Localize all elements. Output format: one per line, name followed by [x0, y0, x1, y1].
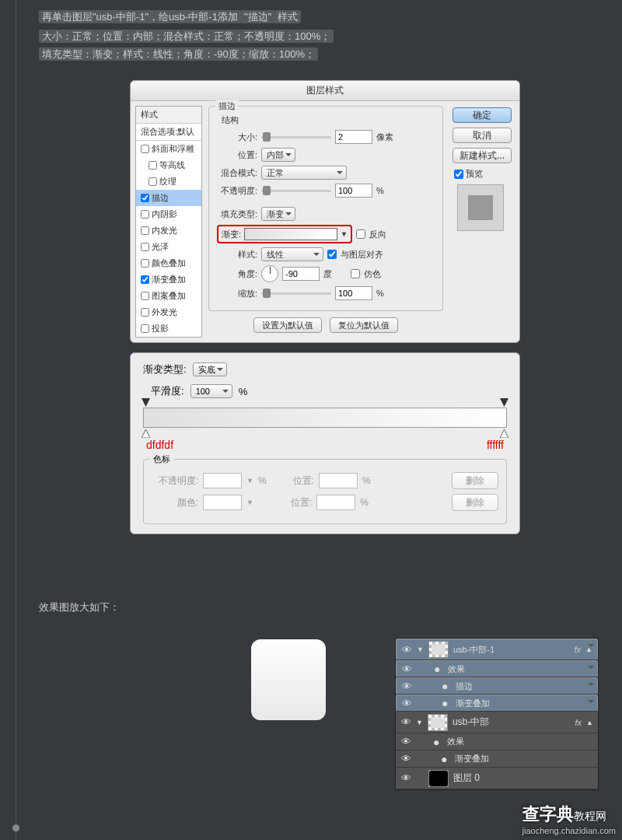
cs-pos2-input[interactable] — [316, 495, 355, 510]
layer-thumb[interactable] — [428, 770, 449, 787]
gradient-picker[interactable] — [244, 228, 337, 240]
scale-slider[interactable] — [261, 292, 331, 295]
style-texture[interactable]: 纹理 — [136, 173, 201, 190]
coloroverlay-checkbox[interactable] — [141, 259, 149, 268]
innerglow-checkbox[interactable] — [141, 226, 149, 235]
filltype-select[interactable]: 渐变 — [261, 207, 295, 221]
opacity-input[interactable] — [335, 184, 372, 198]
angle-input[interactable] — [282, 267, 320, 281]
styles-header[interactable]: 样式 — [136, 107, 201, 124]
fx-expand-icon[interactable]: ▲ — [586, 719, 593, 726]
fx-badge[interactable]: fx — [575, 645, 582, 654]
visibility-icon[interactable]: 👁 — [401, 663, 412, 674]
align-checkbox[interactable] — [327, 250, 337, 259]
style-coloroverlay[interactable]: 颜色叠加 — [136, 255, 201, 271]
visibility-icon[interactable]: 👁 — [400, 737, 411, 747]
intro-line1a: 再单击图层"usb-中部-1"，给usb-中部-1添加 — [39, 10, 241, 23]
style-contour[interactable]: 等高线 — [136, 157, 201, 173]
fx-badge[interactable]: fx — [575, 718, 582, 727]
angle-dial[interactable] — [261, 265, 278, 282]
satin-checkbox[interactable] — [141, 243, 149, 251]
style-select[interactable]: 线性 — [261, 247, 323, 261]
set-default-button[interactable]: 设置为默认值 — [253, 317, 322, 333]
style-outerglow[interactable]: 外发光 — [136, 304, 201, 320]
visibility-icon[interactable]: 👁 — [401, 644, 412, 655]
cs-opacity-input[interactable] — [203, 473, 242, 488]
preview-checkbox[interactable] — [454, 170, 463, 179]
style-bevel[interactable]: 斜面和浮雕 — [136, 141, 201, 157]
innershadow-checkbox[interactable] — [141, 210, 149, 219]
outerglow-checkbox[interactable] — [141, 308, 149, 317]
style-gradientoverlay[interactable]: 渐变叠加 — [136, 271, 201, 288]
dropshadow-checkbox[interactable] — [141, 324, 149, 333]
color-stop-left[interactable] — [142, 429, 150, 437]
patternoverlay-checkbox[interactable] — [141, 292, 149, 300]
size-label: 大小: — [217, 131, 257, 143]
blend-options[interactable]: 混合选项:默认 — [136, 124, 201, 141]
color-stop-right[interactable] — [500, 429, 508, 437]
hex-right: ffffff — [487, 439, 504, 451]
cs-pos1-input[interactable] — [319, 473, 358, 488]
scale-input[interactable] — [335, 286, 372, 300]
contour-checkbox[interactable] — [149, 161, 157, 170]
layer-gradoverlay-2[interactable]: 👁●渐变叠加 — [396, 751, 598, 768]
reverse-checkbox[interactable] — [356, 229, 365, 239]
visibility-icon[interactable]: 👁 — [400, 773, 411, 784]
position-select[interactable]: 内部 — [261, 148, 295, 162]
visibility-icon[interactable]: 👁 — [400, 754, 411, 765]
texture-checkbox[interactable] — [149, 177, 157, 186]
style-innershadow[interactable]: 内阴影 — [136, 206, 201, 222]
preview-label: 预览 — [466, 168, 483, 180]
size-slider[interactable] — [261, 136, 331, 138]
smooth-input[interactable]: 100 — [190, 384, 232, 398]
gradient-label: 渐变: — [222, 229, 241, 240]
opacity-slider[interactable]: .op-sl::after{left:86px} — [261, 190, 331, 192]
layer-usb-mid[interactable]: 👁 ▼ usb-中部 fx ▲ — [396, 712, 598, 733]
layer-effects-2[interactable]: 👁●效果 — [396, 733, 598, 751]
style-stroke[interactable]: 描边 — [136, 190, 201, 206]
size-input[interactable] — [335, 130, 372, 144]
layer-name: usb-中部 — [453, 716, 489, 729]
cancel-button[interactable]: 取消 — [453, 128, 512, 143]
delete-button-1[interactable]: 删除 — [452, 472, 498, 489]
blendmode-select[interactable]: 正常 — [261, 166, 347, 180]
position-label: 位置: — [217, 149, 257, 161]
style-patternoverlay[interactable]: 图案叠加 — [136, 288, 201, 304]
bevel-checkbox[interactable] — [141, 145, 149, 153]
gradientoverlay-checkbox[interactable] — [141, 275, 149, 284]
cs-color-label: 颜色: — [152, 496, 198, 509]
opacity-label: 不透明度: — [217, 185, 257, 197]
style-innerglow[interactable]: 内发光 — [136, 222, 201, 239]
visibility-icon[interactable]: 👁 — [401, 698, 412, 709]
layer-usb-mid-1[interactable]: 👁 ▼ usb-中部-1 fx ▲ — [396, 639, 598, 660]
filltype-label: 填充类型: — [217, 208, 257, 220]
result-label: 效果图放大如下： — [39, 600, 120, 614]
layer-thumb[interactable] — [428, 714, 448, 731]
layer-gradoverlay-1[interactable]: 👁●渐变叠加 — [396, 695, 598, 712]
stroke-checkbox[interactable] — [141, 194, 149, 202]
layer-effects-1[interactable]: 👁●效果 — [396, 660, 598, 677]
cs-color-input[interactable] — [203, 495, 242, 510]
opacity-stop-left[interactable] — [142, 398, 150, 407]
expand-icon[interactable]: ▼ — [417, 646, 424, 653]
gradient-dropdown-icon[interactable]: ▼ — [341, 230, 348, 238]
gradient-bar[interactable] — [143, 408, 507, 428]
ok-button[interactable]: 确定 — [453, 107, 512, 123]
layer-0[interactable]: 👁 图层 0 — [396, 768, 598, 789]
delete-button-2[interactable]: 删除 — [452, 494, 498, 511]
expand-icon[interactable]: ▼ — [416, 719, 423, 726]
visibility-icon[interactable]: 👁 — [401, 681, 412, 691]
fx-expand-icon[interactable]: ▲ — [585, 646, 592, 653]
smooth-pct: % — [239, 386, 248, 397]
layer-stroke-1[interactable]: 👁●描边 — [396, 677, 598, 695]
layers-panel: 👁 ▼ usb-中部-1 fx ▲ 👁●效果 👁●描边 👁●渐变叠加 👁 ▼ u… — [395, 638, 599, 790]
opacity-stop-right[interactable] — [500, 398, 508, 407]
style-dropshadow[interactable]: 投影 — [136, 320, 201, 337]
layer-thumb[interactable] — [428, 641, 449, 658]
new-style-button[interactable]: 新建样式... — [453, 148, 512, 163]
gradtype-select[interactable]: 实底 — [193, 362, 227, 376]
style-satin[interactable]: 光泽 — [136, 239, 201, 255]
visibility-icon[interactable]: 👁 — [400, 717, 411, 728]
dither-checkbox[interactable] — [351, 269, 360, 278]
reset-default-button[interactable]: 复位为默认值 — [330, 317, 398, 333]
